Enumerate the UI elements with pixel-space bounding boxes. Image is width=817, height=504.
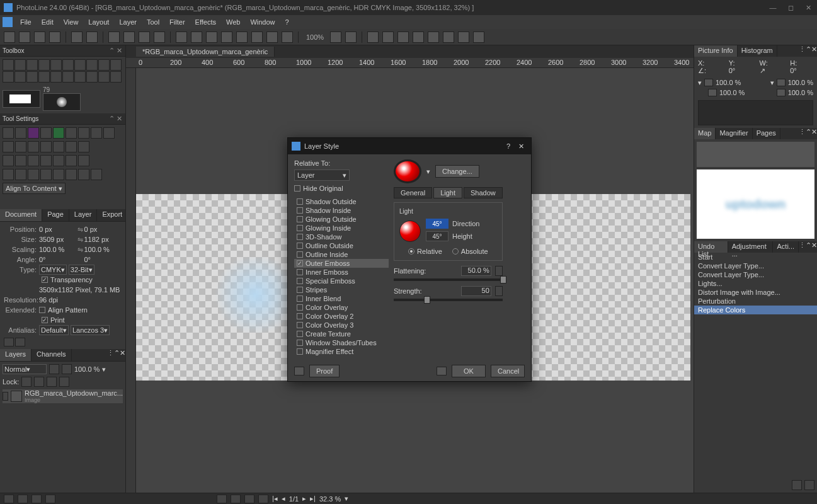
- antialias-select[interactable]: Default ▾: [39, 325, 69, 335]
- minimize-button[interactable]: —: [764, 0, 782, 15]
- ts-button[interactable]: [78, 169, 89, 180]
- ts-button[interactable]: [78, 155, 89, 166]
- effect-checkbox[interactable]: [297, 278, 303, 284]
- effect-checkbox[interactable]: [297, 198, 303, 205]
- tab-general[interactable]: General: [394, 187, 432, 198]
- tool-option[interactable]: [83, 100, 94, 111]
- transparency-checkbox[interactable]: Transparency: [4, 275, 122, 285]
- tab-adjustment[interactable]: Adjustment ...: [728, 241, 774, 253]
- ts-button[interactable]: [15, 169, 26, 180]
- toolbar-button[interactable]: [49, 32, 60, 43]
- toolbar-button[interactable]: [34, 32, 45, 43]
- lock-icon[interactable]: [21, 377, 31, 387]
- effect-item[interactable]: Inner Emboss: [294, 268, 389, 277]
- effect-checkbox[interactable]: [297, 251, 303, 258]
- link-icon[interactable]: ⇋: [77, 226, 84, 234]
- toolbar-button[interactable]: [367, 32, 379, 43]
- lock-icon[interactable]: [34, 377, 44, 387]
- ts-button[interactable]: [78, 127, 89, 139]
- tool-button[interactable]: [14, 59, 26, 71]
- tool-button[interactable]: [74, 71, 86, 83]
- tab-pages[interactable]: Pages: [753, 128, 780, 139]
- preview-eye-icon[interactable]: [294, 367, 304, 375]
- effect-item[interactable]: Glowing Inside: [294, 224, 389, 232]
- panel-collapse-icon[interactable]: ⌃: [114, 349, 120, 361]
- ts-button[interactable]: [53, 141, 64, 152]
- menu-edit[interactable]: Edit: [37, 18, 59, 26]
- ts-button[interactable]: [28, 141, 39, 152]
- ts-button[interactable]: [78, 141, 89, 152]
- menu-file[interactable]: File: [15, 18, 37, 26]
- tool-option[interactable]: [83, 87, 94, 98]
- ts-button[interactable]: [66, 169, 77, 180]
- effect-checkbox[interactable]: [297, 331, 303, 337]
- toolbar-button[interactable]: [236, 32, 248, 43]
- ts-button[interactable]: [28, 169, 39, 180]
- tab-export[interactable]: Export: [97, 209, 128, 221]
- toolbar-button[interactable]: [4, 32, 15, 43]
- hide-original-checkbox[interactable]: Hide Original: [294, 183, 389, 193]
- visibility-icon[interactable]: [3, 392, 8, 401]
- ts-button[interactable]: [40, 127, 52, 139]
- effect-checkbox[interactable]: [297, 225, 303, 231]
- toolbar-button[interactable]: [413, 32, 424, 43]
- toolbar-button[interactable]: [266, 32, 278, 43]
- panel-icon[interactable]: [15, 338, 25, 346]
- effect-item[interactable]: Shadow Inside: [294, 206, 389, 215]
- tab-light[interactable]: Light: [433, 187, 462, 198]
- effect-item[interactable]: Window Shades/Tubes: [294, 338, 389, 347]
- effect-item[interactable]: Outline Inside: [294, 250, 389, 259]
- toolbar-button[interactable]: [19, 32, 30, 43]
- ts-button[interactable]: [15, 127, 26, 139]
- toolbar-button[interactable]: [154, 32, 165, 43]
- tool-button[interactable]: [3, 71, 14, 83]
- undo-item[interactable]: Perturbation: [694, 297, 817, 306]
- undo-item[interactable]: Start: [694, 253, 817, 261]
- toolbar-button[interactable]: [108, 32, 120, 43]
- tool-option[interactable]: [97, 100, 108, 111]
- tool-button[interactable]: [3, 59, 14, 71]
- ts-button[interactable]: [3, 141, 14, 152]
- lanczos-select[interactable]: Lanczos 3 ▾: [71, 325, 110, 335]
- cancel-button[interactable]: Cancel: [491, 365, 525, 377]
- panel-menu-icon[interactable]: ⋮: [799, 128, 806, 139]
- ts-button[interactable]: [66, 155, 77, 166]
- menu-layer[interactable]: Layer: [114, 18, 142, 26]
- effect-checkbox[interactable]: [297, 304, 303, 311]
- nav-next-icon[interactable]: ▸: [302, 495, 306, 503]
- tool-button[interactable]: [62, 71, 74, 83]
- lock-icon[interactable]: [59, 377, 69, 387]
- status-icon[interactable]: [217, 495, 227, 503]
- tool-button[interactable]: [50, 59, 62, 71]
- tool-button[interactable]: [74, 59, 86, 71]
- document-tab[interactable]: *RGB_marca_Uptodown_marca_genèric: [136, 47, 275, 57]
- effect-item[interactable]: Magnifier Effect: [294, 347, 389, 356]
- opacity-value[interactable]: 100.0 %: [74, 365, 100, 373]
- trash-icon[interactable]: [792, 480, 802, 490]
- link-icon[interactable]: ⇋: [77, 236, 84, 244]
- nav-first-icon[interactable]: |◂: [272, 495, 278, 503]
- ts-button[interactable]: [40, 141, 52, 152]
- menu-window[interactable]: Window: [245, 18, 280, 26]
- print-checkbox[interactable]: Print: [4, 315, 122, 325]
- flattening-spinner[interactable]: [495, 266, 503, 276]
- relative-radio[interactable]: Relative: [408, 248, 442, 255]
- status-icon[interactable]: [45, 495, 55, 503]
- height-input[interactable]: [426, 231, 448, 241]
- toolbar-button[interactable]: [71, 32, 83, 43]
- toolbar-button[interactable]: [428, 32, 439, 43]
- effect-checkbox[interactable]: [297, 287, 303, 293]
- tab-layers[interactable]: Layers: [0, 349, 31, 361]
- status-icon[interactable]: [244, 495, 254, 503]
- tool-button[interactable]: [38, 71, 50, 83]
- effect-item[interactable]: Outline Outside: [294, 241, 389, 250]
- menu-web[interactable]: Web: [221, 18, 245, 26]
- effect-item[interactable]: Glowing Outside: [294, 215, 389, 224]
- ts-button[interactable]: [3, 169, 14, 180]
- tab-document[interactable]: Document: [0, 209, 42, 221]
- type-depth-select[interactable]: 32-Bit ▾: [69, 265, 94, 275]
- undo-item[interactable]: Distort Image with Image...: [694, 288, 817, 297]
- tool-button[interactable]: [26, 59, 38, 71]
- panel-collapse-icon[interactable]: ⌃: [108, 47, 115, 55]
- panel-close-icon[interactable]: ✕: [115, 115, 123, 123]
